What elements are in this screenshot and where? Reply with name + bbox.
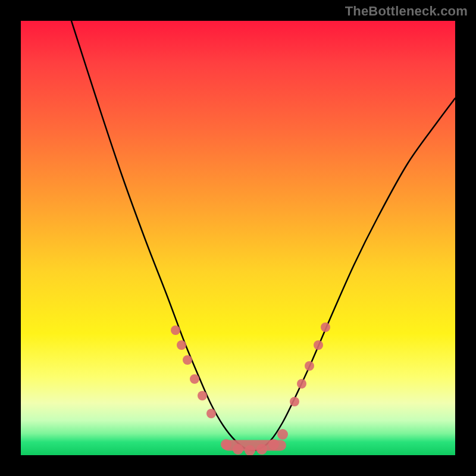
svg-point-0 <box>171 325 180 335</box>
svg-point-3 <box>190 374 199 384</box>
svg-point-9 <box>314 340 323 350</box>
svg-point-7 <box>297 379 306 389</box>
svg-point-10 <box>321 322 330 332</box>
svg-point-2 <box>183 355 192 365</box>
watermark-text: TheBottleneck.com <box>345 4 468 19</box>
chart-svg <box>21 21 455 455</box>
svg-point-12 <box>221 439 231 450</box>
svg-point-15 <box>256 444 267 455</box>
svg-point-8 <box>305 361 314 371</box>
markers-trough <box>221 429 288 455</box>
chart-frame: TheBottleneck.com <box>0 0 476 476</box>
svg-point-4 <box>198 391 207 400</box>
svg-point-13 <box>233 444 243 455</box>
plot-area <box>21 21 455 455</box>
markers-left-arm <box>171 325 216 418</box>
svg-point-5 <box>206 409 216 418</box>
markers-right-arm <box>290 322 330 406</box>
svg-point-17 <box>277 429 288 440</box>
bottleneck-curve <box>71 21 455 450</box>
svg-point-1 <box>177 340 186 350</box>
svg-point-6 <box>290 397 299 406</box>
svg-point-16 <box>268 439 279 450</box>
